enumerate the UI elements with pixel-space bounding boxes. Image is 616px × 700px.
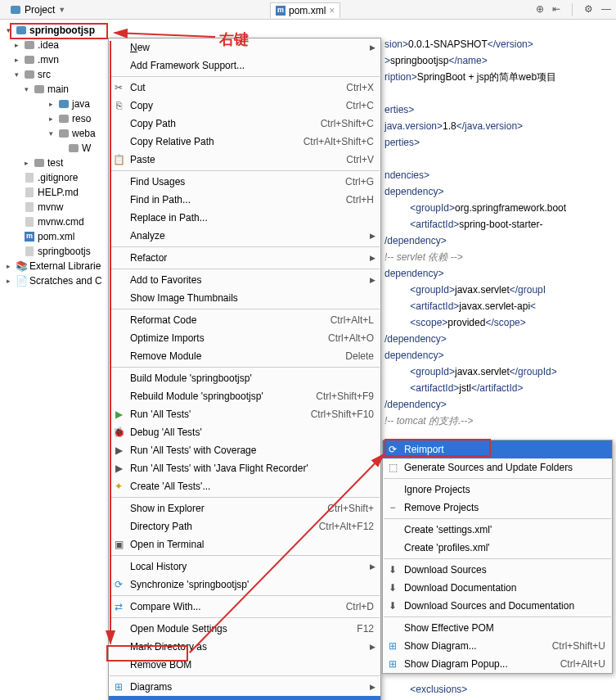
tree-gitignore[interactable]: .gitignore	[0, 170, 119, 185]
menu-local-history[interactable]: Local History▶	[109, 558, 380, 576]
tree-mvnw[interactable]: mvnw	[0, 200, 119, 215]
tree-scratches[interactable]: ▸📄Scratches and C	[0, 273, 119, 288]
menu-optimize-imports[interactable]: Optimize ImportsCtrl+Alt+O	[109, 329, 380, 347]
menu-separator	[384, 478, 611, 479]
menu-add-framework[interactable]: Add Framework Support...	[109, 56, 380, 75]
separator	[572, 3, 573, 16]
project-icon	[10, 4, 21, 16]
submenu-create-settings[interactable]: Create 'settings.xml'	[383, 521, 612, 539]
menu-separator	[110, 617, 380, 618]
tree-webapp[interactable]: ▾weba	[0, 126, 119, 141]
target-icon[interactable]: ⊕	[536, 3, 544, 16]
submenu-show-pom[interactable]: Show Effective POM	[383, 619, 612, 637]
menu-rebuild[interactable]: Rebuild Module 'springbootjsp'Ctrl+Shift…	[109, 387, 380, 405]
submenu-dl-doc[interactable]: ⬇Download Documentation	[383, 579, 612, 597]
menu-run-jfr[interactable]: ▶Run 'All Tests' with 'Java Flight Recor…	[109, 459, 380, 477]
menu-separator	[110, 269, 380, 269]
menu-dir-path[interactable]: Directory PathCtrl+Alt+F12	[109, 517, 380, 535]
tree-mvn[interactable]: ▸.mvn	[0, 52, 119, 67]
minus-icon: −	[386, 501, 399, 514]
gear-icon[interactable]: ⚙	[584, 3, 593, 16]
menu-run[interactable]: ▶Run 'All Tests'Ctrl+Shift+F10	[109, 405, 380, 423]
submenu-arrow-icon: ▶	[370, 276, 375, 284]
menu-find-usages[interactable]: Find UsagesCtrl+G	[109, 173, 380, 191]
submenu-ignore[interactable]: Ignore Projects	[383, 481, 612, 499]
tree-extlib[interactable]: ▸📚External Librarie	[0, 259, 119, 273]
menu-show-thumbnails[interactable]: Show Image Thumbnails	[109, 289, 380, 307]
menu-remove-bom[interactable]: Remove BOM	[109, 656, 380, 674]
submenu-dl-sources[interactable]: ⬇Download Sources	[383, 561, 612, 579]
tree-help[interactable]: HELP.md	[0, 185, 119, 200]
menu-analyze[interactable]: Analyze▶	[109, 227, 380, 245]
menu-build[interactable]: Build Module 'springbootjsp'	[109, 369, 380, 387]
menu-show-explorer[interactable]: Show in ExplorerCtrl+Shift+	[109, 499, 380, 517]
submenu-dl-both[interactable]: ⬇Download Sources and Documentation	[383, 597, 612, 615]
maven-submenu: ⟳Reimport ⬚Generate Sources and Update F…	[382, 440, 613, 674]
menu-create-tests[interactable]: ✦Create 'All Tests'...	[109, 477, 380, 495]
close-icon[interactable]: ×	[329, 5, 335, 16]
tree-root[interactable]: ▾springbootjsp	[0, 23, 119, 38]
menu-find-in-path[interactable]: Find in Path...Ctrl+H	[109, 191, 380, 209]
coverage-icon: ▶	[112, 444, 125, 457]
tree-pom[interactable]: mpom.xml	[0, 229, 119, 244]
tree-main[interactable]: ▾main	[0, 82, 119, 97]
menu-open-module-settings[interactable]: Open Module SettingsF12	[109, 620, 380, 638]
tree-iml[interactable]: springbootjs	[0, 244, 119, 259]
menu-new[interactable]: New▶	[109, 38, 380, 56]
submenu-show-diagram-popup[interactable]: ⊞Show Diagram Popup...Ctrl+Alt+U	[383, 655, 612, 673]
submenu-arrow-icon: ▶	[370, 232, 375, 240]
menu-copy[interactable]: ⎘CopyCtrl+C	[109, 97, 380, 115]
menu-separator	[110, 246, 380, 247]
paste-icon: 📋	[112, 153, 125, 166]
project-dropdown[interactable]: Project ▼	[5, 2, 70, 17]
menu-remove-module[interactable]: Remove ModuleDelete	[109, 347, 380, 365]
menu-copy-relative[interactable]: Copy Relative PathCtrl+Alt+Shift+C	[109, 133, 380, 151]
menu-diagrams[interactable]: ⊞Diagrams▶	[109, 678, 380, 696]
submenu-arrow-icon: ▶	[370, 683, 375, 691]
menu-add-favorites[interactable]: Add to Favorites▶	[109, 271, 380, 289]
menu-compare[interactable]: ⇄Compare With...Ctrl+D	[109, 598, 380, 616]
terminal-icon: ▣	[112, 538, 125, 551]
tree-mvnwcmd[interactable]: mvnw.cmd	[0, 215, 119, 229]
submenu-show-diagram[interactable]: ⊞Show Diagram...Ctrl+Shift+U	[383, 637, 612, 655]
tree-w[interactable]: W	[0, 141, 119, 156]
menu-run-coverage[interactable]: ▶Run 'All Tests' with Coverage	[109, 441, 380, 459]
tree-idea[interactable]: ▸.idea	[0, 38, 119, 52]
menu-separator	[110, 76, 380, 77]
code-editor[interactable]: sion>0.0.1-SNAPSHOT</version> >springboo…	[384, 20, 616, 429]
debug-icon: 🐞	[112, 426, 125, 439]
menu-reformat[interactable]: Reformat CodeCtrl+Alt+L	[109, 311, 380, 329]
project-tree: ▾springbootjsp ▸.idea ▸.mvn ▾src ▾main ▸…	[0, 20, 119, 291]
tree-test[interactable]: ▸test	[0, 156, 119, 170]
submenu-create-profiles[interactable]: Create 'profiles.xml'	[383, 539, 612, 557]
menu-separator	[110, 675, 380, 676]
menu-replace-in-path[interactable]: Replace in Path...	[109, 209, 380, 227]
menu-maven[interactable]: mMaven▶	[109, 696, 380, 700]
tree-src[interactable]: ▾src	[0, 67, 119, 82]
menu-open-terminal[interactable]: ▣Open in Terminal	[109, 535, 380, 553]
context-menu: New▶ document.querySelector('[data-name=…	[108, 38, 381, 700]
editor-tabs: m pom.xml ×	[270, 0, 340, 20]
sync-icon: ⟳	[112, 578, 125, 591]
diagram-icon: ⊞	[112, 680, 125, 693]
menu-separator	[110, 170, 380, 171]
tree-java[interactable]: ▸java	[0, 97, 119, 111]
menu-refactor[interactable]: Refactor▶	[109, 249, 380, 267]
menu-mark-directory[interactable]: Mark Directory as▶	[109, 638, 380, 656]
submenu-gen-sources[interactable]: ⬚Generate Sources and Update Folders	[383, 458, 612, 476]
download-icon: ⬇	[386, 581, 399, 594]
menu-cut[interactable]: ✂CutCtrl+X	[109, 79, 380, 97]
tab-pom[interactable]: m pom.xml ×	[270, 2, 340, 18]
submenu-reimport[interactable]: ⟳Reimport	[383, 440, 612, 458]
menu-copy-path[interactable]: Copy PathCtrl+Shift+C	[109, 115, 380, 133]
submenu-remove[interactable]: −Remove Projects	[383, 499, 612, 517]
tree-resources[interactable]: ▸reso	[0, 111, 119, 126]
hide-icon[interactable]: —	[601, 3, 611, 16]
menu-debug[interactable]: 🐞Debug 'All Tests'	[109, 423, 380, 441]
menu-synchronize[interactable]: ⟳Synchronize 'springbootjsp'	[109, 576, 380, 594]
menu-paste[interactable]: 📋PasteCtrl+V	[109, 151, 380, 169]
create-icon: ✦	[112, 480, 125, 493]
cut-icon: ✂	[112, 81, 125, 94]
collapse-icon[interactable]: ⇤	[552, 3, 560, 16]
submenu-arrow-icon: ▶	[370, 562, 375, 571]
